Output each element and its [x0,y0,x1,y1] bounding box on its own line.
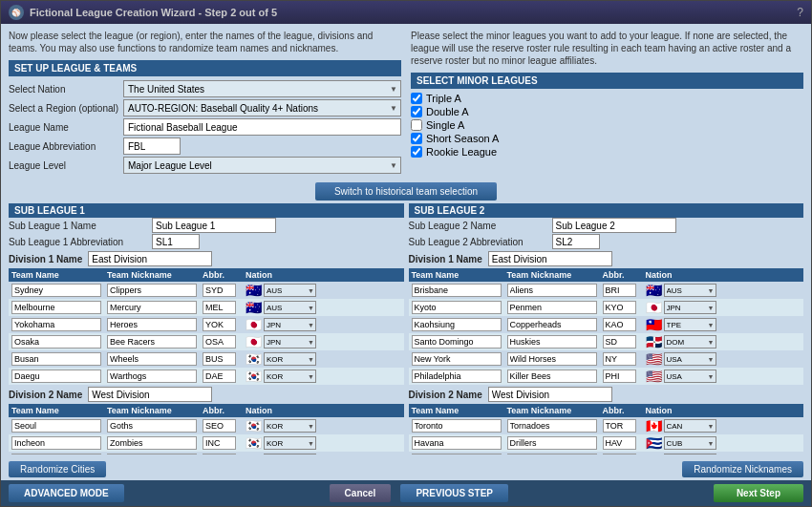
team-name-input[interactable] [412,352,502,366]
sl1-abbr-input[interactable]: SL1 [152,234,200,249]
team-abbr-input[interactable] [603,454,636,454]
team-abbr-input[interactable] [203,318,236,331]
team-nickname-input[interactable] [507,284,597,297]
nation-select[interactable]: USA [664,454,716,454]
team-name-input[interactable] [412,436,502,450]
league-level-select[interactable]: Major League Level [123,157,401,174]
team-nickname-input[interactable] [107,318,197,331]
team-nickname-input[interactable] [107,370,197,383]
team-name-input[interactable] [11,301,101,314]
team-name-input[interactable] [412,335,502,349]
nation-select[interactable]: DOM [664,335,716,349]
team-nickname-input[interactable] [507,419,597,433]
team-name-input[interactable] [11,352,101,366]
triple-a-checkbox[interactable] [411,93,422,104]
team-name-input[interactable] [412,284,502,297]
team-abbr-input[interactable] [203,352,236,366]
team-name-input[interactable] [412,318,502,331]
team-name-input[interactable] [11,284,101,297]
team-abbr-input[interactable] [603,335,636,349]
team-abbr-input[interactable] [603,352,636,366]
team-nickname-input[interactable] [107,352,197,366]
nation-select[interactable]: JPN [664,301,716,314]
team-nickname-input[interactable] [507,352,597,366]
team-name-input[interactable] [11,436,101,450]
nation-select[interactable]: TPE [664,318,716,331]
team-nickname-input[interactable] [507,335,597,349]
team-name-input[interactable] [412,301,502,314]
team-nickname-input[interactable] [507,370,597,383]
team-nickname-input[interactable] [507,436,597,450]
league-abbr-input[interactable]: FBL [123,137,181,155]
historical-button[interactable]: Switch to historical team selection [315,182,497,201]
team-abbr-input[interactable] [603,419,636,433]
cancel-button[interactable]: Cancel [330,484,392,502]
team-abbr-input[interactable] [603,318,636,331]
sl2-div1-input[interactable]: East Division [488,251,612,266]
team-abbr-input[interactable] [203,436,236,450]
nation-select[interactable]: KOR [264,370,316,383]
team-name-input[interactable] [11,454,101,454]
nation-select[interactable]: CUB [664,436,716,450]
team-name-input[interactable] [412,370,502,383]
rookie-checkbox[interactable] [411,146,422,158]
team-name-input[interactable] [11,335,101,349]
team-abbr-input[interactable] [203,335,236,349]
team-abbr-input[interactable] [603,284,636,297]
advanced-mode-button[interactable]: ADVANCED MODE [9,484,124,502]
team-nickname-input[interactable] [107,436,197,450]
team-name-input[interactable] [412,454,502,454]
nation-select[interactable]: The United States [123,80,401,97]
team-name-input[interactable] [11,370,101,383]
team-name-input[interactable] [11,419,101,433]
team-nickname-input[interactable] [507,318,597,331]
team-nickname-input[interactable] [507,301,597,314]
nation-select[interactable]: USA [664,370,716,383]
team-name-input[interactable] [11,318,101,331]
double-a-checkbox[interactable] [411,106,422,117]
randomize-nicknames-button[interactable]: Randomize Nicknames [682,461,803,477]
randomize-cities-button[interactable]: Randomize Cities [9,461,106,477]
nation-select[interactable]: JPN [264,335,316,349]
nation-select[interactable]: USA [664,352,716,366]
team-abbr-input[interactable] [603,370,636,383]
region-select[interactable]: AUTO-REGION: Baseball Quality 4+ Nations [123,99,401,116]
league-name-input[interactable]: Fictional Baseball League [123,118,401,136]
nation-select[interactable]: JPN [264,318,316,331]
nation-select[interactable]: KOR [264,419,316,433]
triple-a-label: Triple A [426,93,461,104]
nation-select[interactable]: CAN [664,419,716,433]
team-abbr-input[interactable] [203,454,236,454]
nation-select[interactable]: AUS [664,284,716,297]
sl2-div2-input[interactable]: West Division [488,387,612,402]
team-abbr-input[interactable] [603,436,636,450]
sl1-div1-input[interactable]: East Division [88,251,212,266]
team-name-input[interactable] [412,419,502,433]
td-name [9,350,104,368]
help-icon[interactable]: ? [797,6,803,19]
team-nickname-input[interactable] [107,419,197,433]
team-abbr-input[interactable] [203,301,236,314]
sl2-abbr-input[interactable]: SL2 [552,234,600,249]
nation-select[interactable]: KOR [264,436,316,450]
short-season-checkbox[interactable] [411,133,422,144]
team-nickname-input[interactable] [507,454,597,454]
team-nickname-input[interactable] [107,284,197,297]
team-abbr-input[interactable] [603,301,636,314]
team-abbr-input[interactable] [203,370,236,383]
single-a-checkbox[interactable] [411,119,422,131]
nation-select[interactable]: VEN [264,454,316,454]
team-nickname-input[interactable] [107,454,197,454]
team-nickname-input[interactable] [107,335,197,349]
nation-select[interactable]: KOR [264,352,316,366]
team-nickname-input[interactable] [107,301,197,314]
next-step-button[interactable]: Next Step [714,484,803,502]
nation-select[interactable]: AUS [264,301,316,314]
sl2-name-input[interactable]: Sub League 2 [552,218,676,233]
sl1-name-input[interactable]: Sub League 1 [152,218,276,233]
team-abbr-input[interactable] [203,284,236,297]
sl1-div2-input[interactable]: West Division [88,387,212,402]
previous-step-button[interactable]: PREVIOUS STEP [400,484,508,502]
nation-select[interactable]: AUS [264,284,316,297]
team-abbr-input[interactable] [203,419,236,433]
